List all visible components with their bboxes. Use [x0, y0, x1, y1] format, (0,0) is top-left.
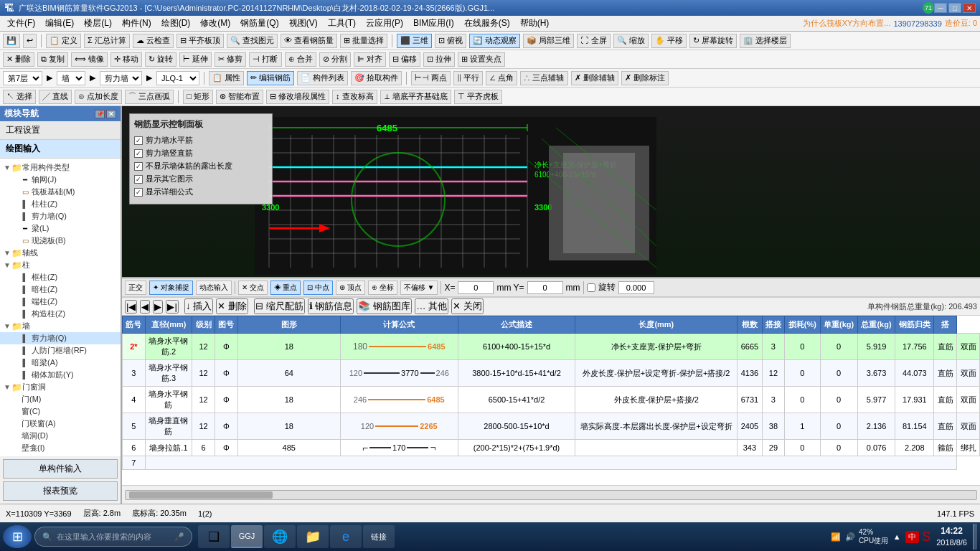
btn-coord[interactable]: ⊕ 坐标 — [368, 281, 397, 295]
tree-end-col[interactable]: ▌ 端柱(Z) — [0, 296, 121, 308]
tree-defense-wall[interactable]: ▌ 人防门框墙(RF) — [0, 344, 121, 357]
input-method-cn[interactable]: 中 — [905, 531, 919, 543]
menu-floor[interactable]: 楼层(L) — [80, 16, 116, 31]
table-row[interactable]: 2* 墙身水平钢筋.2 12 Φ 18 180 6485 6100+4 — [123, 334, 980, 360]
rotate-checkbox[interactable] — [587, 283, 595, 292]
btn-dynamic-input[interactable]: 动态输入 — [196, 281, 232, 295]
name-select[interactable]: JLQ-1 — [156, 71, 199, 85]
btn-rect[interactable]: □ 矩形 — [183, 90, 213, 104]
tree-column[interactable]: ▌ 柱柱(Z) — [0, 198, 121, 210]
tree-common-types[interactable]: ▼ 📁 常用构件类型 — [0, 161, 121, 174]
tree-shear-wall[interactable]: ▌ 剪力墙(Q) — [0, 332, 121, 344]
btn-ortho[interactable]: 正交 — [125, 281, 146, 295]
btn-extend[interactable]: ⊢ 延伸 — [179, 52, 212, 67]
sidebar-pin-btn[interactable]: 📌 — [95, 110, 105, 118]
tree-hidden-col[interactable]: ▌ 暗柱(Z) — [0, 283, 121, 296]
btn-properties[interactable]: 📋 属性 — [209, 71, 244, 85]
menu-edit[interactable]: 编辑(E) — [41, 16, 78, 31]
menu-component[interactable]: 构件(N) — [118, 16, 156, 31]
btn-local-3d[interactable]: 📦 局部三维 — [523, 34, 574, 48]
section-draw[interactable]: 绘图输入 — [0, 140, 121, 159]
tray-volume[interactable]: 🔊 — [844, 531, 856, 542]
tree-window[interactable]: 窗(C) — [0, 405, 121, 418]
subtype-select[interactable]: 剪力墙 — [100, 71, 142, 85]
btn-rebar-library[interactable]: 📚 钢筋图库 — [357, 298, 412, 314]
cb-horizontal-rebar[interactable]: ✓ 剪力墙水平筋 — [134, 135, 268, 146]
sidebar-close-btn[interactable]: ✕ — [106, 110, 116, 118]
btn-modify-wall-prop[interactable]: ⊟ 修改墙段属性 — [266, 90, 329, 104]
btn-stretch[interactable]: ⊡ 拉伸 — [423, 52, 455, 67]
tree-shear-wall-common[interactable]: ▌ 剪力墙(Q) — [0, 210, 121, 222]
btn-edit-rebar[interactable]: ✏ 编辑钢筋 — [247, 71, 294, 85]
taskbar-app-explorer[interactable]: 📁 — [297, 525, 329, 548]
btn-save[interactable]: 💾 — [3, 34, 20, 48]
type-select[interactable]: 墙 — [57, 71, 85, 85]
btn-view-rebar[interactable]: 👁 查看钢筋量 — [281, 34, 337, 48]
btn-point-length[interactable]: ⊙ 点加长度 — [75, 90, 122, 104]
canvas-3d[interactable]: 钢筋显示控制面板 ✓ 剪力墙水平筋 ✓ 剪力墙竖直筋 ✓ 不显示墙体筋的露出长度 — [122, 106, 980, 277]
btn-rebar-info[interactable]: ℹ 钢筋信息 — [308, 298, 354, 314]
tree-struct-col[interactable]: ▌ 构造柱(Z) — [0, 308, 121, 320]
btn-find-element[interactable]: 🔍 查找图元 — [227, 34, 278, 48]
menu-modify[interactable]: 修改(M) — [196, 16, 235, 31]
btn-three-point-aux[interactable]: ∴ 三点辅轴 — [520, 71, 567, 85]
btn-midpoint[interactable]: ◈ 重点 — [270, 281, 301, 295]
btn-snap[interactable]: ✦ 对象捕捉 — [149, 281, 193, 295]
btn-align-top[interactable]: ⊟ 平齐板顶 — [176, 34, 224, 48]
btn-mirror[interactable]: ⟺ 镜像 — [71, 52, 108, 67]
menu-view[interactable]: 视图(V) — [285, 16, 322, 31]
btn-merge[interactable]: ⊕ 合并 — [285, 52, 316, 67]
btn-last-row[interactable]: ▶| — [166, 300, 178, 314]
maximize-button[interactable]: □ — [948, 3, 961, 13]
btn-3pt-arc[interactable]: ⌒ 三点画弧 — [125, 90, 174, 104]
tree-wall-opening[interactable]: 墙洞(D) — [0, 430, 121, 442]
taskbar-app-task-view[interactable]: ❑ — [198, 525, 230, 548]
hscroll-track[interactable] — [125, 490, 977, 500]
menu-online[interactable]: 在线服务(S) — [460, 16, 514, 31]
tree-door-window-combo[interactable]: 门联窗(A) — [0, 418, 121, 430]
btn-parallel[interactable]: ∥ 平行 — [453, 71, 483, 85]
tree-door-window[interactable]: ▼ 📁 门窗洞 — [0, 381, 121, 393]
btn-next-row[interactable]: ▶ — [153, 300, 163, 314]
table-row[interactable]: 4 墙身水平钢筋 12 Φ 18 246 6485 6500-15+4 — [123, 387, 980, 413]
btn-batch-select[interactable]: ⊞ 批量选择 — [340, 34, 387, 48]
btn-intersection[interactable]: ✕ 交点 — [238, 281, 268, 295]
btn-line[interactable]: ╱ 直线 — [39, 90, 72, 104]
tree-raft[interactable]: ▭ 筏板基础(M) — [0, 186, 121, 198]
taskbar-app-link[interactable]: 链接 — [363, 525, 395, 548]
btn-fullscreen[interactable]: ⛶ 全屏 — [577, 34, 610, 48]
menu-cloud[interactable]: 云应用(P) — [362, 16, 407, 31]
tray-network[interactable]: 📶 — [830, 531, 842, 542]
menu-help[interactable]: 帮助(H) — [516, 16, 554, 31]
cb-vertical-rebar[interactable]: ✓ 剪力墙竖直筋 — [134, 148, 268, 159]
btn-others[interactable]: … 其他 — [415, 298, 448, 314]
table-row[interactable]: 6 墙身拉筋.1 6 Φ 485 ⌐ 170 ¬ — [123, 440, 980, 456]
btn-pickup[interactable]: 🎯 拾取构件 — [351, 71, 402, 85]
btn-cloud-check[interactable]: ☁ 云检查 — [133, 34, 174, 48]
taskbar-app-ie[interactable]: e — [330, 525, 362, 548]
btn-scale-rebar[interactable]: ⊟ 缩尺配筋 — [254, 298, 305, 314]
menu-rebar-qty[interactable]: 钢筋量(Q) — [236, 16, 283, 31]
table-row[interactable]: 5 墙身垂直钢筋 12 Φ 18 120 2265 2800-500- — [123, 413, 980, 440]
btn-center[interactable]: ⊡ 中点 — [303, 281, 333, 295]
btn-component-list[interactable]: 📄 构件列表 — [297, 71, 348, 85]
cb-show-formula[interactable]: ✓ 显示详细公式 — [134, 187, 268, 197]
cb-no-protrude[interactable]: ✓ 不显示墙体筋的露出长度 — [134, 161, 268, 171]
tree-frame-col[interactable]: ▌ 框柱(Z) — [0, 271, 121, 283]
taskbar-search[interactable]: 🔍 在这里输入你要搜索的内容 🎤 — [34, 527, 192, 547]
btn-del-mark[interactable]: ✗ 删除标注 — [621, 71, 669, 85]
btn-close-table[interactable]: ✕ 关闭 — [451, 298, 484, 314]
show-desktop-btn[interactable] — [973, 524, 977, 550]
rotate-input[interactable] — [618, 281, 654, 294]
table-row[interactable]: 3 墙身水平钢筋.3 12 Φ 64 120 3770 246 — [123, 360, 980, 387]
btn-move[interactable]: ✛ 移动 — [110, 52, 142, 67]
hscroll-thumb[interactable] — [129, 491, 273, 499]
btn-define[interactable]: 📋 定义 — [46, 34, 81, 48]
menu-file[interactable]: 文件(F) — [3, 16, 39, 31]
btn-set-grip[interactable]: ⊞ 设置夹点 — [458, 52, 505, 67]
btn-prev-row[interactable]: ◀ — [140, 300, 150, 314]
btn-query-elevation[interactable]: ↕ 查改标高 — [332, 90, 377, 104]
btn-3d[interactable]: ⬛ 三维 — [397, 34, 432, 48]
taskbar-clock[interactable]: 14:22 2018/8/6 — [936, 525, 967, 548]
btn-first-row[interactable]: |◀ — [125, 300, 137, 314]
